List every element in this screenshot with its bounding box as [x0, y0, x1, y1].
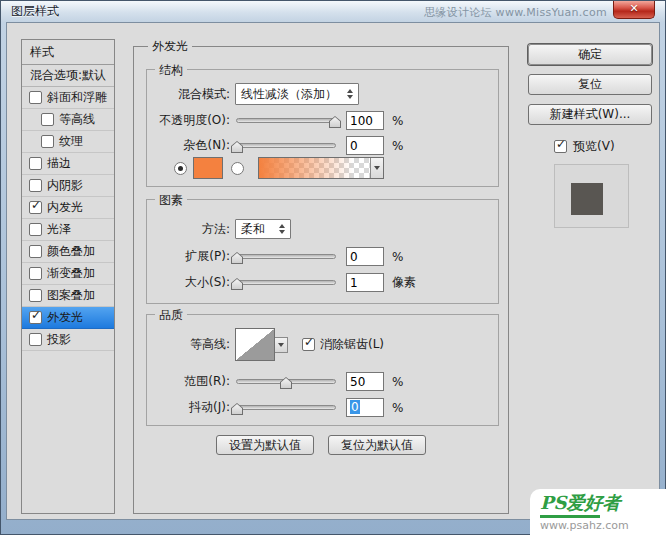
sidebar-item-3[interactable]: ✓描边 [22, 153, 114, 175]
style-item-label: 光泽 [47, 221, 71, 238]
jitter-label: 抖动(J): [147, 399, 235, 416]
bottom-watermark: PS爱好者 www.psahz.com [530, 489, 666, 535]
sidebar-item-7[interactable]: ✓颜色叠加 [22, 241, 114, 263]
quality-group: 品质 等高线: ✓ 消除锯齿(L) 范围(R): % [146, 314, 499, 426]
sidebar-item-9[interactable]: ✓图案叠加 [22, 285, 114, 307]
jitter-row: 抖动(J): 0 % [147, 398, 498, 417]
structure-group: 结构 混合模式: 线性减淡（添加） 不透明度(O): % [146, 69, 499, 187]
titlebar-watermark: 思缘设计论坛 www.MissYuan.com [424, 5, 607, 20]
range-slider-thumb[interactable] [280, 377, 292, 389]
sidebar-item-10[interactable]: ✓外发光 [22, 307, 114, 329]
close-button[interactable]: ✕ [613, 1, 655, 19]
default-buttons-row: 设置为默认值 复位为默认值 [134, 435, 508, 455]
spread-input[interactable] [346, 247, 384, 266]
titlebar[interactable]: 图层样式 思缘设计论坛 www.MissYuan.com ✕ [1, 1, 665, 22]
make-default-button[interactable]: 设置为默认值 [216, 435, 314, 455]
contour-dropdown-arrow-icon[interactable] [275, 337, 288, 353]
preview-control[interactable]: ✓ 预览(V) [554, 138, 652, 155]
sidebar-item-4[interactable]: ✓内阴影 [22, 175, 114, 197]
contour-row: 等高线: ✓ 消除锯齿(L) [147, 328, 498, 361]
blend-mode-value: 线性减淡（添加） [241, 86, 337, 103]
range-input[interactable] [346, 372, 384, 391]
watermark-bar [540, 515, 600, 518]
dropdown-spinner-icon [273, 224, 285, 234]
styles-header: 样式 [22, 40, 114, 65]
gradient-radio[interactable] [231, 162, 244, 175]
blend-mode-label: 混合模式: [147, 86, 235, 103]
reset-button[interactable]: 复位 [528, 74, 652, 95]
blend-mode-dropdown[interactable]: 线性减淡（添加） [235, 83, 359, 105]
sidebar-item-8[interactable]: ✓渐变叠加 [22, 263, 114, 285]
contour-thumbnail[interactable] [235, 328, 275, 361]
jitter-input[interactable]: 0 [346, 398, 384, 417]
sidebar-item-5[interactable]: ✓内发光 [22, 197, 114, 219]
panel-title: 外发光 [148, 38, 192, 55]
style-checkbox[interactable]: ✓ [29, 201, 42, 214]
antialias-checkbox[interactable]: ✓ [302, 338, 315, 351]
preview-label: 预览(V) [573, 138, 615, 155]
style-item-label: 斜面和浮雕 [47, 89, 107, 106]
opacity-row: 不透明度(O): % [147, 111, 498, 130]
sidebar-item-1[interactable]: ✓等高线 [22, 109, 114, 131]
antialias-control[interactable]: ✓ 消除锯齿(L) [302, 336, 384, 353]
gradient-dropdown-arrow-icon[interactable] [370, 158, 383, 178]
elements-group: 图素 方法: 柔和 扩展(P): % [146, 199, 499, 304]
size-slider[interactable] [236, 280, 336, 285]
spread-slider[interactable] [236, 254, 336, 259]
technique-dropdown[interactable]: 柔和 [235, 219, 291, 239]
style-checkbox[interactable]: ✓ [29, 223, 42, 236]
sidebar-item-2[interactable]: ✓纹理 [22, 131, 114, 153]
technique-row: 方法: 柔和 [147, 219, 498, 239]
blend-mode-row: 混合模式: 线性减淡（添加） [147, 83, 498, 105]
spread-unit: % [392, 250, 403, 264]
reset-default-button[interactable]: 复位为默认值 [328, 435, 426, 455]
range-slider[interactable] [236, 379, 336, 384]
style-item-label: 内阴影 [47, 177, 83, 194]
preview-swatch [554, 164, 629, 228]
structure-legend: 结构 [155, 62, 187, 79]
spread-label: 扩展(P): [147, 248, 235, 265]
style-item-label: 投影 [47, 331, 71, 348]
spread-row: 扩展(P): % [147, 247, 498, 266]
check-icon: ✓ [31, 199, 41, 211]
size-label: 大小(S): [147, 274, 235, 291]
quality-legend: 品质 [155, 307, 187, 324]
style-item-label: 图案叠加 [47, 287, 95, 304]
antialias-label: 消除锯齿(L) [320, 336, 384, 353]
size-row: 大小(S): 像素 [147, 273, 498, 292]
sidebar-item-blending-options[interactable]: 混合选项:默认 [22, 65, 114, 87]
style-item-label: 内发光 [47, 199, 83, 216]
opacity-slider-thumb[interactable] [329, 116, 341, 128]
glow-color-swatch[interactable] [193, 157, 223, 179]
size-input[interactable] [346, 273, 384, 292]
sidebar-item-11[interactable]: ✓投影 [22, 329, 114, 351]
ok-button[interactable]: 确定 [528, 44, 652, 65]
style-checkbox[interactable]: ✓ [29, 157, 42, 170]
noise-input[interactable] [346, 136, 384, 155]
solid-color-radio[interactable] [174, 162, 187, 175]
style-checkbox[interactable]: ✓ [29, 91, 42, 104]
style-item-label: 描边 [47, 155, 71, 172]
range-row: 范围(R): % [147, 372, 498, 391]
style-checkbox[interactable]: ✓ [29, 311, 42, 324]
opacity-input[interactable] [346, 111, 384, 130]
preview-checkbox[interactable]: ✓ [554, 140, 567, 153]
style-checkbox[interactable]: ✓ [29, 267, 42, 280]
style-checkbox[interactable]: ✓ [41, 113, 54, 126]
sidebar-item-6[interactable]: ✓光泽 [22, 219, 114, 241]
sidebar-item-0[interactable]: ✓斜面和浮雕 [22, 87, 114, 109]
noise-unit: % [392, 139, 403, 153]
style-checkbox[interactable]: ✓ [29, 289, 42, 302]
style-checkbox[interactable]: ✓ [29, 179, 42, 192]
style-checkbox[interactable]: ✓ [29, 245, 42, 258]
style-checkbox[interactable]: ✓ [41, 135, 54, 148]
noise-row: 杂色(N): % [147, 136, 498, 155]
outer-glow-panel: 外发光 结构 混合模式: 线性减淡（添加） 不透明度(O): [133, 46, 509, 514]
noise-slider[interactable] [236, 143, 336, 148]
opacity-slider[interactable] [236, 118, 336, 123]
jitter-slider[interactable] [236, 405, 336, 410]
gradient-picker[interactable] [258, 157, 384, 179]
new-style-button[interactable]: 新建样式(W)... [528, 104, 652, 125]
style-item-label: 纹理 [59, 133, 83, 150]
style-checkbox[interactable]: ✓ [29, 333, 42, 346]
